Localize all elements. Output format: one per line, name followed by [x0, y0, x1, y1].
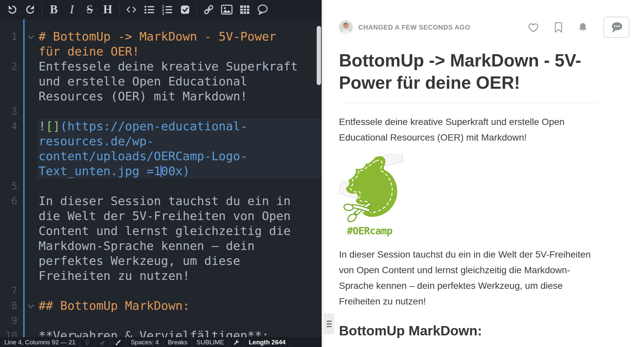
line-number: 6: [0, 193, 17, 208]
code-text: ![](https://open-educational-: [39, 119, 320, 134]
task-list-button[interactable]: [176, 0, 194, 19]
undo-button[interactable]: [3, 0, 21, 19]
heart-icon[interactable]: [527, 22, 539, 33]
editor-row: resources.de/wp-: [0, 134, 322, 149]
editor-row: Resources (OER) mit Markdown!: [0, 89, 322, 104]
statusbar-linebreak-setting[interactable]: Breaks: [163, 338, 192, 347]
editor-row: 5: [0, 178, 322, 193]
code-text: resources.de/wp-: [39, 134, 320, 149]
line-number: 3: [0, 104, 17, 119]
preview-pane: CHANGED A FEW SECONDS AGO BottomUp -> Ma…: [322, 0, 644, 347]
editor-lines: 1# BottomUp -> MarkDown - 5V-Powerfür de…: [0, 29, 322, 337]
editor-row: Freiheiten zu nutzen!: [0, 268, 322, 283]
editor-row: content/uploads/OERCamp-Logo-: [0, 149, 322, 164]
editor-row: und erstelle Open Educational: [0, 74, 322, 89]
code-text: # BottomUp -> MarkDown - 5V-Power: [39, 29, 320, 44]
bell-icon[interactable]: [578, 22, 588, 33]
statusbar-preferences[interactable]: [229, 338, 244, 347]
statusbar-spellcheck[interactable]: [95, 338, 110, 347]
code-button[interactable]: [122, 0, 140, 19]
svg-text:3: 3: [162, 12, 164, 15]
comment-button[interactable]: [254, 0, 271, 19]
statusbar-theme-brush[interactable]: [110, 338, 126, 347]
line-number: 8: [0, 298, 17, 313]
code-text: In dieser Session tauchst du ein in: [39, 193, 320, 208]
doc-paragraph-2: In dieser Session tauchst du ein in die …: [339, 247, 599, 309]
code-text: Resources (OER) mit Markdown!: [39, 89, 320, 104]
fold-chevron-icon[interactable]: [28, 33, 34, 39]
editor-row: perfektes Werkzeug, um diese: [0, 253, 322, 268]
code-icon: [125, 5, 137, 15]
line-number: 5: [0, 178, 17, 193]
preview-header: CHANGED A FEW SECONDS AGO: [324, 0, 644, 38]
code-text: Content und lernst gleichzeitig die: [39, 223, 320, 238]
statusbar-indent-setting[interactable]: Spaces: 4: [126, 338, 163, 347]
code-text: ## BottomUp MarkDown:: [39, 298, 320, 313]
link-icon: [203, 4, 214, 15]
comments-button[interactable]: [603, 17, 629, 38]
check-icon: [99, 340, 105, 345]
line-number: 2: [0, 59, 17, 74]
doc-paragraph-1: Entfessele deine kreative Superkraft und…: [339, 114, 599, 145]
bookmark-icon[interactable]: [554, 22, 563, 33]
toolbar-separator: [197, 4, 197, 16]
code-text: Text_unten.jpg =100x): [39, 164, 320, 178]
wrench-icon: [233, 339, 239, 345]
ordered-list-button[interactable]: 123: [158, 0, 176, 19]
avatar[interactable]: [339, 20, 353, 34]
table-button[interactable]: [236, 0, 254, 19]
code-text: für deine OER!: [39, 44, 320, 59]
image-button[interactable]: [218, 0, 236, 19]
line-number: 1: [0, 29, 17, 44]
statusbar-doc-length: Length 2644: [244, 338, 290, 347]
editor-row: 7: [0, 283, 322, 298]
code-text: und erstelle Open Educational: [39, 74, 320, 89]
ol-icon: 123: [161, 4, 173, 15]
editor-row: 10**Verwahren & Vervielfältigen**:: [0, 328, 322, 337]
heading-button[interactable]: H: [99, 0, 117, 19]
statusbar-night-mode[interactable]: [80, 338, 95, 347]
editor-row: 4![](https://open-educational-: [0, 119, 322, 134]
preview-actions: [527, 22, 588, 33]
lightbulb-icon: [85, 339, 90, 346]
brush-icon: [115, 339, 121, 346]
editor-row: 6In dieser Session tauchst du ein in: [0, 193, 322, 208]
editor-row: 3: [0, 104, 322, 119]
app-window: BISH123 1# BottomUp -> MarkDown - 5V-Pow…: [0, 0, 644, 347]
line-number: 9: [0, 313, 17, 328]
bold-button[interactable]: B: [45, 0, 63, 19]
line-number: 10: [0, 328, 17, 337]
doc-heading-2: BottomUp MarkDown:: [339, 322, 599, 347]
editor-row: Text_unten.jpg =100x): [0, 164, 322, 178]
line-number: 7: [0, 283, 17, 298]
strikethrough-button[interactable]: S: [81, 0, 99, 19]
unordered-list-button[interactable]: [140, 0, 158, 19]
statusbar-keymap-setting[interactable]: SUBLIME: [192, 338, 229, 347]
heading-icon: H: [103, 4, 112, 15]
editor-scrollbar[interactable]: [317, 26, 321, 85]
editor-row: für deine OER!: [0, 44, 322, 59]
italic-button[interactable]: I: [63, 0, 81, 19]
changed-label: CHANGED A FEW SECONDS AGO: [358, 24, 527, 31]
comment-filled-icon: [609, 21, 623, 33]
editor-row: die Welt der 5V-Freiheiten von Open: [0, 208, 322, 223]
line-number: 4: [0, 119, 17, 134]
code-editor[interactable]: 1# BottomUp -> MarkDown - 5V-Powerfür de…: [0, 19, 322, 337]
statusbar-cursor-position: Line 4, Columns 92 — 21: [0, 338, 80, 347]
code-text: Freiheiten zu nutzen!: [39, 268, 320, 283]
redo-button[interactable]: [21, 0, 39, 19]
strikethrough-icon: S: [86, 4, 93, 15]
code-text: **Verwahren & Vervielfältigen**:: [39, 328, 320, 337]
bold-icon: B: [50, 4, 57, 15]
code-text: Markdown-Sprache kennen – dein: [39, 238, 320, 253]
editor-row: 2Entfessele deine kreative Superkraft: [0, 59, 322, 74]
link-button[interactable]: [200, 0, 218, 19]
image-icon: [221, 5, 233, 15]
logo-caption: #OERcamp: [347, 225, 599, 237]
italic-icon: I: [70, 4, 74, 15]
table-icon: [239, 5, 250, 15]
toolbar-separator: [42, 4, 42, 16]
split-drag-handle[interactable]: [324, 313, 334, 334]
fold-chevron-icon[interactable]: [28, 302, 34, 308]
toolbar-separator: [119, 4, 120, 16]
